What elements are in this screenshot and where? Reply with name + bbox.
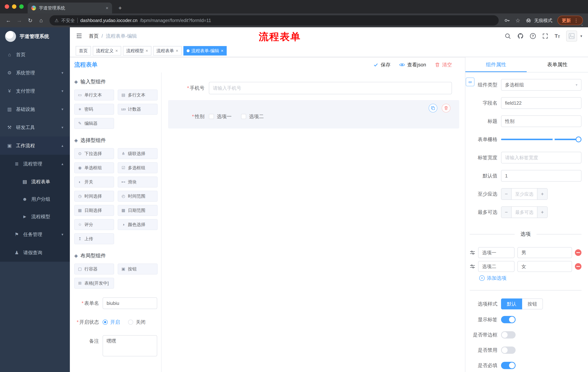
remove-option-button[interactable] [575, 263, 581, 270]
view-json-button[interactable]: 查看json [399, 62, 426, 68]
font-size-icon[interactable]: TT [555, 33, 560, 39]
back-button[interactable]: ← [4, 16, 13, 25]
selected-component[interactable]: *性别 选项一 选项二 [168, 100, 459, 128]
sidebar-item-leave-query[interactable]: ♟ 请假查询 [0, 244, 70, 262]
delete-button[interactable] [442, 104, 451, 112]
new-tab-button[interactable]: + [116, 4, 125, 12]
palette-item[interactable]: ⊙下拉选择 [74, 148, 114, 159]
drag-handle-icon[interactable] [470, 264, 475, 269]
palette-item[interactable]: ∗密码 [74, 104, 114, 115]
option-value-input[interactable] [517, 247, 572, 258]
increase-button[interactable]: + [537, 207, 547, 218]
border-switch[interactable] [501, 331, 515, 339]
checkbox-option-1[interactable]: 选项一 [209, 113, 231, 120]
drag-handle-icon[interactable] [470, 250, 475, 255]
remove-option-button[interactable] [575, 249, 581, 256]
palette-item[interactable]: ☑多选框组 [118, 162, 158, 173]
sidebar-logo[interactable]: 芋道管理系统 [0, 27, 70, 45]
max-select-value[interactable]: 最多可选 [512, 207, 537, 218]
bookmark-star-icon[interactable]: ☆ [515, 17, 520, 24]
sidebar-item-workflow[interactable]: ▣ 工作流程 ▴ [0, 137, 70, 155]
breadcrumb-home[interactable]: 首页 [89, 33, 99, 39]
title-input[interactable] [501, 115, 581, 127]
palette-item[interactable]: ◷时间选择 [74, 191, 114, 202]
forward-button[interactable]: → [15, 16, 24, 25]
link-icon[interactable]: ∞ [466, 77, 474, 86]
tab-process-form-edit[interactable]: 流程表单-编辑 × [183, 46, 227, 55]
tab-component-props[interactable]: 组件属性 [465, 57, 527, 72]
palette-item[interactable]: ▢行容器 [74, 264, 114, 275]
sidebar-item-system[interactable]: ⚙ 系统管理 ▾ [0, 64, 70, 82]
sidebar-item-payment[interactable]: ¥ 支付管理 ▾ [0, 82, 70, 100]
checkbox-option-2[interactable]: 选项二 [241, 113, 264, 120]
palette-item[interactable]: ✎编辑器 [74, 118, 114, 129]
palette-item[interactable]: ⊞表格[开发中] [74, 278, 114, 289]
home-button[interactable]: ⌂ [36, 16, 46, 25]
label-width-input[interactable] [501, 152, 581, 163]
menu-kebab-icon[interactable]: ⋮ [574, 18, 578, 23]
browser-caret-icon[interactable]: ⌄ [580, 22, 584, 27]
palette-item[interactable]: ◴时间范围 [118, 191, 158, 202]
palette-item[interactable]: ⊷滑块 [118, 177, 158, 187]
palette-item[interactable]: ◉单选框组 [74, 162, 114, 173]
close-window-button[interactable] [5, 4, 9, 9]
slider-handle[interactable] [576, 137, 581, 142]
option-label-input[interactable] [478, 261, 514, 272]
form-grid-slider[interactable] [501, 134, 581, 145]
tab-home[interactable]: 首页 [76, 46, 91, 55]
decrease-button[interactable]: − [501, 207, 512, 218]
add-option-button[interactable]: + 添加选项 [479, 275, 581, 281]
show-label-switch[interactable] [501, 316, 515, 323]
option-value-input[interactable] [517, 261, 572, 272]
status-on-radio[interactable]: 开启 [103, 319, 120, 325]
close-icon[interactable]: × [221, 48, 223, 53]
user-avatar[interactable] [566, 31, 577, 42]
palette-item[interactable]: ▣按钮 [118, 264, 158, 275]
avatar-caret-icon[interactable]: ▾ [580, 34, 582, 38]
address-bar[interactable]: ⚠ 不安全 dashboard.yudao.iocoder.cn/bpm/man… [50, 15, 499, 25]
phone-input[interactable] [209, 82, 452, 94]
menu-collapse-button[interactable] [76, 32, 83, 40]
tab-process-form[interactable]: 流程表单 × [153, 46, 182, 55]
palette-item[interactable]: ▭单行文本 [74, 90, 114, 100]
tab-process-model[interactable]: 流程模型 × [123, 46, 151, 55]
zoom-window-button[interactable] [19, 4, 24, 9]
style-button-button[interactable]: 按钮 [522, 298, 543, 309]
form-remark-textarea[interactable]: 嘿嘿 [103, 335, 157, 356]
min-select-value[interactable]: 至少应选 [512, 189, 537, 200]
sidebar-item-user-group[interactable]: ☻ 用户分组 [0, 190, 70, 208]
browser-tab[interactable]: 芋道管理系统 × [28, 2, 112, 13]
search-icon[interactable] [504, 33, 511, 39]
palette-item[interactable]: ◐开关 [74, 177, 114, 187]
palette-item[interactable]: 123计数器 [118, 104, 158, 115]
close-icon[interactable]: × [176, 48, 178, 53]
sidebar-item-home[interactable]: ⌂ 首页 [0, 45, 70, 64]
palette-item[interactable]: ⋔级联选择 [118, 148, 158, 159]
security-label[interactable]: 不安全 [61, 18, 75, 23]
field-name-input[interactable] [501, 97, 581, 109]
tab-close-icon[interactable]: × [106, 5, 108, 11]
save-button[interactable]: 保存 [373, 62, 390, 68]
style-default-button[interactable]: 默认 [501, 298, 522, 309]
update-button[interactable]: 更新 ⋮ [557, 16, 583, 25]
palette-item[interactable]: ▦日期选择 [74, 205, 114, 216]
status-off-radio[interactable]: 关闭 [128, 319, 146, 325]
key-icon[interactable] [504, 17, 510, 24]
reload-button[interactable]: ↻ [25, 16, 35, 25]
sidebar-item-infrastructure[interactable]: ▥ 基础设施 ▾ [0, 100, 70, 118]
disabled-switch[interactable] [501, 347, 515, 354]
fullscreen-icon[interactable] [542, 33, 548, 39]
sidebar-item-task-management[interactable]: ⚑ 任务管理 ▾ [0, 225, 70, 244]
gender-field[interactable]: *性别 选项一 选项二 [168, 113, 459, 120]
increase-button[interactable]: + [537, 189, 547, 200]
sidebar-item-process-management[interactable]: ≣ 流程管理 ▴ [0, 155, 70, 173]
sidebar-item-process-model[interactable]: ► 流程模型 [0, 208, 70, 225]
sidebar-item-devtools[interactable]: ⚒ 研发工具 ▾ [0, 118, 70, 137]
help-icon[interactable]: ? [530, 33, 536, 39]
tab-process-definition[interactable]: 流程定义 × [93, 46, 121, 55]
close-icon[interactable]: × [115, 48, 118, 53]
form-name-input[interactable] [103, 298, 157, 309]
github-icon[interactable] [517, 33, 524, 39]
component-type-select[interactable]: 多选框组 ▾ [501, 79, 581, 91]
palette-item[interactable]: ▤多行文本 [118, 90, 158, 100]
